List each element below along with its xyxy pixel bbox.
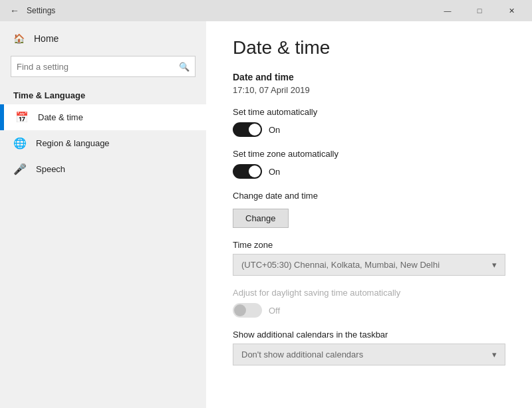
sidebar-item-label: Speech <box>36 164 65 174</box>
toggle-thumb <box>249 165 261 177</box>
daylight-toggle-row: Off <box>233 303 505 318</box>
window-controls: — □ ✕ <box>432 0 527 21</box>
set-timezone-auto-status: On <box>269 167 280 177</box>
additional-calendars-group: Show additional calendars in the taskbar… <box>233 330 505 365</box>
toggle-thumb <box>234 304 246 316</box>
maximize-button[interactable]: □ <box>464 0 495 21</box>
set-timezone-auto-toggle[interactable] <box>233 164 262 179</box>
set-time-auto-label: Set time automatically <box>233 107 505 117</box>
change-datetime-group: Change date and time Change <box>233 191 505 228</box>
sidebar-home-item[interactable]: 🏠 Home <box>0 27 206 51</box>
close-button[interactable]: ✕ <box>496 0 527 21</box>
minimize-button[interactable]: — <box>432 0 463 21</box>
change-datetime-label: Change date and time <box>233 191 505 201</box>
set-timezone-auto-group: Set time zone automatically On <box>233 149 505 179</box>
search-icon: 🔍 <box>179 62 190 72</box>
set-timezone-auto-toggle-row: On <box>233 164 505 179</box>
daylight-group: Adjust for daylight saving time automati… <box>233 288 505 318</box>
additional-calendars-label: Show additional calendars in the taskbar <box>233 330 505 340</box>
timezone-dropdown[interactable]: (UTC+05:30) Chennai, Kolkata, Mumbai, Ne… <box>233 254 505 276</box>
speech-icon: 🎤 <box>13 163 27 175</box>
sidebar-home-label: Home <box>34 33 59 44</box>
app-body: 🏠 Home 🔍 Time & Language 📅 Date & time 🌐… <box>0 21 532 408</box>
home-icon: 🏠 <box>13 33 25 44</box>
set-timezone-auto-label: Set time zone automatically <box>233 149 505 159</box>
region-language-icon: 🌐 <box>13 137 27 150</box>
search-input[interactable] <box>17 62 179 72</box>
change-button[interactable]: Change <box>233 209 289 228</box>
timezone-label: Time zone <box>233 240 505 250</box>
timezone-value: (UTC+05:30) Chennai, Kolkata, Mumbai, Ne… <box>241 260 440 270</box>
set-time-auto-group: Set time automatically On <box>233 107 505 137</box>
back-button[interactable]: ← <box>5 1 24 20</box>
additional-calendars-dropdown[interactable]: Don't show additional calendars ▾ <box>233 344 505 365</box>
set-time-auto-status: On <box>269 125 280 135</box>
additional-calendars-value: Don't show additional calendars <box>241 350 363 359</box>
current-datetime: 17:10, 07 April 2019 <box>233 85 505 95</box>
sidebar-item-date-time[interactable]: 📅 Date & time <box>0 104 206 130</box>
daylight-label: Adjust for daylight saving time automati… <box>233 288 505 298</box>
sidebar: 🏠 Home 🔍 Time & Language 📅 Date & time 🌐… <box>0 21 206 408</box>
daylight-status: Off <box>269 306 280 316</box>
sidebar-item-region-language[interactable]: 🌐 Region & language <box>0 130 206 156</box>
chevron-down-icon: ▾ <box>492 260 497 270</box>
toggle-thumb <box>249 124 261 136</box>
sidebar-search-box[interactable]: 🔍 <box>11 56 196 77</box>
titlebar: ← Settings — □ ✕ <box>0 0 532 21</box>
sidebar-item-speech[interactable]: 🎤 Speech <box>0 156 206 182</box>
page-title: Date & time <box>233 37 505 58</box>
chevron-down-icon: ▾ <box>492 350 497 359</box>
back-icon: ← <box>10 5 19 16</box>
titlebar-title: Settings <box>27 6 432 15</box>
section-heading: Date and time <box>233 72 505 82</box>
set-time-auto-toggle[interactable] <box>233 122 262 137</box>
daylight-toggle[interactable] <box>233 303 262 318</box>
timezone-group: Time zone (UTC+05:30) Chennai, Kolkata, … <box>233 240 505 276</box>
date-time-icon: 📅 <box>15 111 29 124</box>
sidebar-item-label: Region & language <box>36 138 110 148</box>
sidebar-section-title: Time & Language <box>0 82 206 104</box>
content-panel: Date & time Date and time 17:10, 07 Apri… <box>206 21 532 408</box>
set-time-auto-toggle-row: On <box>233 122 505 137</box>
sidebar-item-label: Date & time <box>38 112 83 122</box>
